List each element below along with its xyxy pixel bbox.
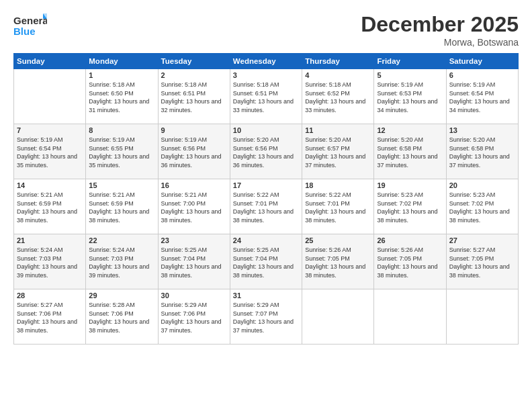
cell-info: Sunrise: 5:18 AMSunset: 6:51 PMDaylight:… (233, 81, 299, 114)
logo: General Blue (13, 12, 47, 39)
day-number: 9 (161, 126, 227, 134)
day-number: 26 (377, 236, 443, 244)
day-number: 6 (449, 71, 515, 79)
day-number: 31 (233, 291, 299, 300)
day-number: 17 (233, 181, 299, 189)
cell-info: Sunrise: 5:20 AMSunset: 6:58 PMDaylight:… (377, 136, 443, 169)
cell-info: Sunrise: 5:24 AMSunset: 7:03 PMDaylight:… (17, 246, 83, 279)
day-cell: 26 Sunrise: 5:26 AMSunset: 7:05 PMDaylig… (374, 234, 446, 289)
week-row-4: 21 Sunrise: 5:24 AMSunset: 7:03 PMDaylig… (14, 234, 519, 289)
calendar-table: SundayMondayTuesdayWednesdayThursdayFrid… (13, 53, 519, 345)
cell-info: Sunrise: 5:28 AMSunset: 7:06 PMDaylight:… (89, 301, 154, 334)
day-cell: 5 Sunrise: 5:19 AMSunset: 6:53 PMDayligh… (374, 69, 446, 124)
day-number: 19 (377, 181, 443, 189)
location: Morwa, Botswana (361, 37, 519, 48)
header: General Blue December 2025 Morwa, Botswa… (13, 12, 519, 48)
day-cell: 11 Sunrise: 5:20 AMSunset: 6:57 PMDaylig… (302, 124, 374, 179)
day-number: 21 (17, 236, 83, 244)
day-number: 28 (17, 291, 83, 300)
day-cell: 20 Sunrise: 5:23 AMSunset: 7:02 PMDaylig… (446, 179, 518, 234)
day-cell: 1 Sunrise: 5:18 AMSunset: 6:50 PMDayligh… (86, 69, 158, 124)
day-header-row: SundayMondayTuesdayWednesdayThursdayFrid… (14, 54, 519, 69)
day-number: 8 (89, 126, 154, 134)
title-block: December 2025 Morwa, Botswana (361, 12, 519, 48)
cell-info: Sunrise: 5:19 AMSunset: 6:55 PMDaylight:… (89, 136, 154, 169)
month-title: December 2025 (361, 12, 519, 37)
day-number: 3 (233, 71, 299, 79)
day-number: 10 (233, 126, 299, 134)
cell-info: Sunrise: 5:22 AMSunset: 7:01 PMDaylight:… (233, 191, 299, 224)
cell-info: Sunrise: 5:21 AMSunset: 7:00 PMDaylight:… (161, 191, 227, 224)
day-cell (446, 289, 518, 345)
cell-info: Sunrise: 5:24 AMSunset: 7:03 PMDaylight:… (89, 246, 154, 279)
day-number: 24 (233, 236, 299, 244)
day-number: 20 (449, 181, 515, 189)
cell-info: Sunrise: 5:22 AMSunset: 7:01 PMDaylight:… (305, 191, 371, 224)
day-cell: 12 Sunrise: 5:20 AMSunset: 6:58 PMDaylig… (374, 124, 446, 179)
day-cell: 4 Sunrise: 5:18 AMSunset: 6:52 PMDayligh… (302, 69, 374, 124)
day-number: 14 (17, 181, 83, 189)
day-header-saturday: Saturday (446, 54, 518, 69)
cell-info: Sunrise: 5:20 AMSunset: 6:57 PMDaylight:… (305, 136, 371, 169)
cell-info: Sunrise: 5:18 AMSunset: 6:50 PMDaylight:… (89, 81, 154, 114)
day-header-tuesday: Tuesday (158, 54, 230, 69)
day-cell: 3 Sunrise: 5:18 AMSunset: 6:51 PMDayligh… (230, 69, 302, 124)
day-header-friday: Friday (374, 54, 446, 69)
day-cell: 30 Sunrise: 5:29 AMSunset: 7:06 PMDaylig… (158, 289, 230, 345)
cell-info: Sunrise: 5:25 AMSunset: 7:04 PMDaylight:… (233, 246, 299, 279)
svg-text:Blue: Blue (13, 26, 36, 37)
day-number: 5 (377, 71, 443, 79)
week-row-1: 1 Sunrise: 5:18 AMSunset: 6:50 PMDayligh… (14, 69, 519, 124)
day-cell (374, 289, 446, 345)
day-cell: 10 Sunrise: 5:20 AMSunset: 6:56 PMDaylig… (230, 124, 302, 179)
day-number: 13 (449, 126, 515, 134)
day-cell: 29 Sunrise: 5:28 AMSunset: 7:06 PMDaylig… (86, 289, 158, 345)
day-number: 2 (161, 71, 227, 79)
cell-info: Sunrise: 5:25 AMSunset: 7:04 PMDaylight:… (161, 246, 227, 279)
day-cell: 31 Sunrise: 5:29 AMSunset: 7:07 PMDaylig… (230, 289, 302, 345)
day-cell: 24 Sunrise: 5:25 AMSunset: 7:04 PMDaylig… (230, 234, 302, 289)
day-header-thursday: Thursday (302, 54, 374, 69)
cell-info: Sunrise: 5:29 AMSunset: 7:06 PMDaylight:… (161, 301, 227, 334)
logo-svg: General Blue (13, 12, 47, 39)
day-number: 11 (305, 126, 371, 134)
day-cell: 23 Sunrise: 5:25 AMSunset: 7:04 PMDaylig… (158, 234, 230, 289)
day-number: 29 (89, 291, 154, 300)
day-cell: 17 Sunrise: 5:22 AMSunset: 7:01 PMDaylig… (230, 179, 302, 234)
day-cell: 18 Sunrise: 5:22 AMSunset: 7:01 PMDaylig… (302, 179, 374, 234)
cell-info: Sunrise: 5:19 AMSunset: 6:56 PMDaylight:… (161, 136, 227, 169)
cell-info: Sunrise: 5:21 AMSunset: 6:59 PMDaylight:… (17, 191, 83, 224)
week-row-5: 28 Sunrise: 5:27 AMSunset: 7:06 PMDaylig… (14, 289, 519, 345)
cell-info: Sunrise: 5:19 AMSunset: 6:54 PMDaylight:… (17, 136, 83, 169)
day-number: 30 (161, 291, 227, 300)
day-number: 16 (161, 181, 227, 189)
cell-info: Sunrise: 5:20 AMSunset: 6:56 PMDaylight:… (233, 136, 299, 169)
day-cell: 14 Sunrise: 5:21 AMSunset: 6:59 PMDaylig… (14, 179, 86, 234)
day-number: 1 (89, 71, 154, 79)
day-number: 18 (305, 181, 371, 189)
day-cell: 8 Sunrise: 5:19 AMSunset: 6:55 PMDayligh… (86, 124, 158, 179)
day-number: 25 (305, 236, 371, 244)
day-cell: 22 Sunrise: 5:24 AMSunset: 7:03 PMDaylig… (86, 234, 158, 289)
day-number: 15 (89, 181, 154, 189)
day-number: 27 (449, 236, 515, 244)
cell-info: Sunrise: 5:21 AMSunset: 6:59 PMDaylight:… (89, 191, 154, 224)
week-row-3: 14 Sunrise: 5:21 AMSunset: 6:59 PMDaylig… (14, 179, 519, 234)
day-cell: 28 Sunrise: 5:27 AMSunset: 7:06 PMDaylig… (14, 289, 86, 345)
day-header-monday: Monday (86, 54, 158, 69)
day-cell: 13 Sunrise: 5:20 AMSunset: 6:58 PMDaylig… (446, 124, 518, 179)
day-number: 22 (89, 236, 154, 244)
cell-info: Sunrise: 5:26 AMSunset: 7:05 PMDaylight:… (377, 246, 443, 279)
day-number: 12 (377, 126, 443, 134)
day-header-sunday: Sunday (14, 54, 86, 69)
cell-info: Sunrise: 5:18 AMSunset: 6:52 PMDaylight:… (305, 81, 371, 114)
calendar-page: General Blue December 2025 Morwa, Botswa… (0, 0, 532, 411)
cell-info: Sunrise: 5:20 AMSunset: 6:58 PMDaylight:… (449, 136, 515, 169)
cell-info: Sunrise: 5:19 AMSunset: 6:53 PMDaylight:… (377, 81, 443, 114)
day-cell (14, 69, 86, 124)
day-cell: 19 Sunrise: 5:23 AMSunset: 7:02 PMDaylig… (374, 179, 446, 234)
day-number: 4 (305, 71, 371, 79)
day-number: 23 (161, 236, 227, 244)
day-cell: 6 Sunrise: 5:19 AMSunset: 6:54 PMDayligh… (446, 69, 518, 124)
day-cell: 25 Sunrise: 5:26 AMSunset: 7:05 PMDaylig… (302, 234, 374, 289)
